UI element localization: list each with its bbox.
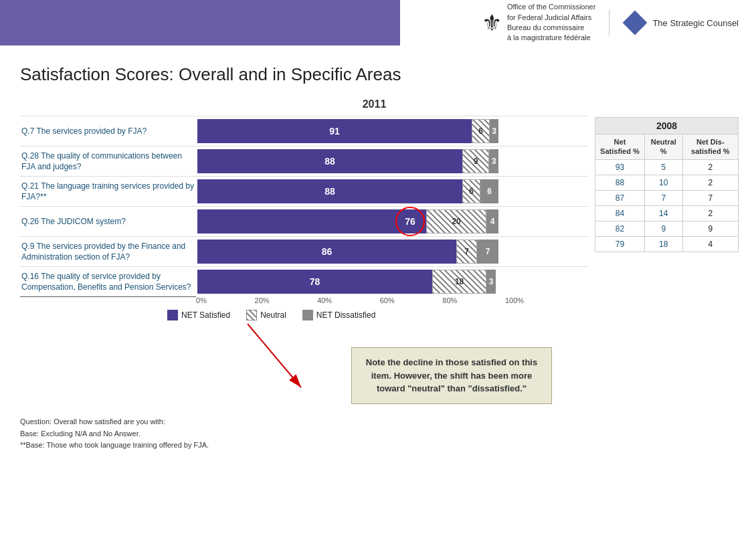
bar-dissatisfied-q26: 4 xyxy=(486,209,498,234)
bar-container-q28: 8893 xyxy=(197,149,587,173)
chart-row-q9: Q.9 The services provided by the Finance… xyxy=(20,237,588,267)
bar-cell-q28: 8893 xyxy=(196,147,588,177)
row-label-q21: Q.21 The language training services prov… xyxy=(20,177,196,207)
page-title: Satisfaction Scores: Overall and in Spec… xyxy=(20,64,752,85)
bar-cell-q9: 8677 xyxy=(196,237,588,267)
data-2008-row-5: 79184 xyxy=(595,236,739,252)
bar-container-q9: 8677 xyxy=(197,240,587,264)
axis-40: 40% xyxy=(317,296,332,304)
bar-container-q7: 9163 xyxy=(197,119,587,143)
annotation-area: Note the decline in those satisfied on t… xyxy=(167,324,588,411)
bar-dissatisfied-q16: 3 xyxy=(486,270,496,294)
bar-neutral-q7: 6 xyxy=(472,119,490,143)
data-2008-neutral-5: 18 xyxy=(644,236,682,252)
chart-row-q28: Q.28 The quality of communications betwe… xyxy=(20,147,588,177)
chart-row-q7: Q.7 The services provided by FJA?9163 xyxy=(20,116,588,147)
data-2008-row-0: 9352 xyxy=(595,159,739,175)
legend-neutral: Neutral xyxy=(246,310,286,320)
legend-dissatisfied-label: NET Dissatisfied xyxy=(316,310,375,320)
bar-satisfied-q28: 88 xyxy=(197,149,462,173)
axis-0: 0% xyxy=(196,296,207,304)
bar-container-q21: 8866 xyxy=(197,179,587,203)
bar-neutral-q28: 9 xyxy=(462,149,489,173)
data-2008-table: 2008 Net Satisfied % Neutral % Net Dis- … xyxy=(595,117,739,252)
data-2008-net-sat-4: 82 xyxy=(595,221,645,236)
data-2008-net-dis-0: 2 xyxy=(682,159,738,175)
data-2008-neutral-4: 9 xyxy=(644,221,682,236)
data-2008-neutral-0: 5 xyxy=(644,159,682,175)
data-2008-net-sat-2: 87 xyxy=(595,190,645,205)
legend-satisfied-swatch xyxy=(167,310,178,320)
bar-satisfied-q26: 76 xyxy=(197,209,426,234)
legend-satisfied: NET Satisfied xyxy=(167,310,230,320)
bar-satisfied-q21: 88 xyxy=(197,179,462,203)
chart-table: Q.7 The services provided by FJA?9163Q.2… xyxy=(20,116,588,304)
col-net-dissatisfied: Net Dis- satisfied % xyxy=(682,134,738,160)
bar-cell-q21: 8866 xyxy=(196,177,588,207)
data-2008-neutral-2: 7 xyxy=(644,190,682,205)
row-label-q7: Q.7 The services provided by FJA? xyxy=(20,116,196,147)
data-2008-net-dis-4: 9 xyxy=(682,221,738,236)
chart-row-q26: Q.26 The JUDICOM system?76204 xyxy=(20,207,588,237)
data-2008-neutral-1: 10 xyxy=(644,175,682,190)
annotation-text: Note the decline in those satisfied on t… xyxy=(366,357,537,393)
bar-cell-q16: 78183 xyxy=(196,267,588,297)
row-label-q9: Q.9 The services provided by the Finance… xyxy=(20,237,196,267)
bar-cell-q26: 76204 xyxy=(196,207,588,237)
data-2008-net-sat-3: 84 xyxy=(595,205,645,221)
axis-100: 100% xyxy=(505,296,524,304)
chart-area: 2011 Q.7 The services provided by FJA?91… xyxy=(20,98,588,452)
bar-neutral-q16: 18 xyxy=(432,270,486,294)
bar-dissatisfied-q28: 3 xyxy=(489,149,498,173)
circle-highlight-q26: 76 xyxy=(395,207,425,236)
year-2008-header: 2008 xyxy=(595,118,739,134)
data-2008-net-dis-2: 7 xyxy=(682,190,738,205)
data-2008-row-3: 84142 xyxy=(595,205,739,221)
svg-line-1 xyxy=(248,324,301,387)
shield-icon: ⚜ xyxy=(482,9,502,36)
axis-20: 20% xyxy=(255,296,270,304)
row-label-q28: Q.28 The quality of communications betwe… xyxy=(20,147,196,177)
data-2008-net-dis-3: 2 xyxy=(682,205,738,221)
bar-dissatisfied-q9: 7 xyxy=(477,240,498,264)
bar-satisfied-q7: 91 xyxy=(197,119,472,143)
legend-neutral-swatch xyxy=(246,310,257,320)
axis-row: 0% 20% 40% 60% 80% 100% xyxy=(20,296,588,304)
data-2008-net-dis-1: 2 xyxy=(682,175,738,190)
data-2008-row-4: 8299 xyxy=(595,221,739,236)
bar-container-q16: 78183 xyxy=(197,270,587,294)
row-label-q26: Q.26 The JUDICOM system? xyxy=(20,207,196,237)
header-logos: ⚜ Office of the Commissioner for Federal… xyxy=(400,2,752,43)
bar-dissatisfied-q21: 6 xyxy=(480,179,498,203)
bar-cell-q7: 9163 xyxy=(196,116,588,147)
header-divider xyxy=(609,9,609,36)
axis-80: 80% xyxy=(442,296,457,304)
bar-neutral-q9: 7 xyxy=(456,240,477,264)
legend-neutral-label: Neutral xyxy=(260,310,286,320)
chart-year-label: 2011 xyxy=(167,98,581,110)
bar-neutral-q21: 6 xyxy=(462,179,480,203)
axis-60: 60% xyxy=(380,296,395,304)
header-purple-bar xyxy=(0,0,400,45)
axis-labels: 0% 20% 40% 60% 80% 100% xyxy=(196,296,524,304)
footnote-2: Base: Excluding N/A and No Answer. xyxy=(20,428,588,440)
col-neutral: Neutral % xyxy=(644,134,682,160)
annotation-box: Note the decline in those satisfied on t… xyxy=(351,347,552,404)
bar-container-q26: 76204 xyxy=(197,209,587,234)
legend-dissatisfied-swatch xyxy=(302,310,313,320)
office-text: Office of the Commissioner for Federal J… xyxy=(507,2,595,43)
legend-satisfied-label: NET Satisfied xyxy=(181,310,230,320)
data-2008-net-dis-5: 4 xyxy=(682,236,738,252)
strategic-counsel-logo: The Strategic Counsel xyxy=(623,11,739,35)
chart-legend: NET Satisfied Neutral NET Dissatisfied xyxy=(167,310,588,320)
bar-neutral-q26: 20 xyxy=(426,209,486,234)
strategic-counsel-text: The Strategic Counsel xyxy=(652,18,739,28)
main-content: 2011 Q.7 The services provided by FJA?91… xyxy=(0,98,752,452)
data-2008-section: 2008 Net Satisfied % Neutral % Net Dis- … xyxy=(595,98,739,452)
right-spacer xyxy=(595,98,739,117)
footnotes: Question: Overall how satisfied are you … xyxy=(20,416,588,452)
data-2008-net-sat-1: 88 xyxy=(595,175,645,190)
chart-row-q16: Q.16 The quality of service provided by … xyxy=(20,267,588,297)
data-2008-row-1: 88102 xyxy=(595,175,739,190)
chart-row-q21: Q.21 The language training services prov… xyxy=(20,177,588,207)
